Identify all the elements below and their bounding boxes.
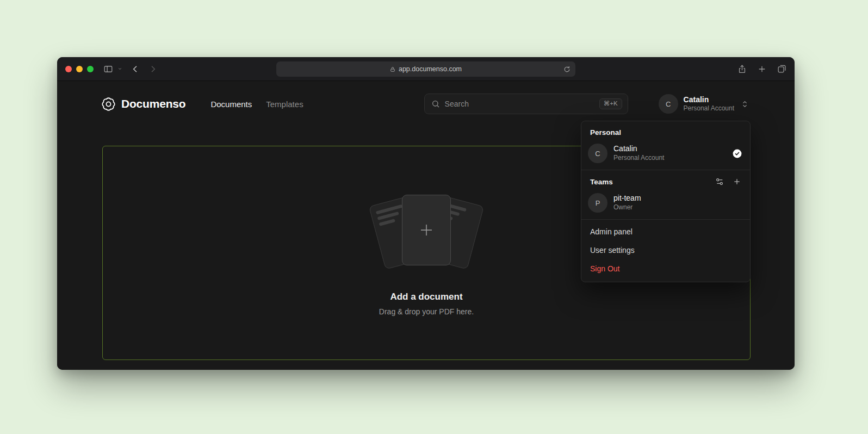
app-header: Documenso Documents Templates ⌘+K C Cata…	[57, 81, 795, 127]
document-stack-illustration	[372, 190, 481, 273]
add-team-icon[interactable]	[733, 177, 741, 186]
search-bar[interactable]: ⌘+K	[424, 94, 628, 114]
search-input[interactable]	[445, 100, 594, 108]
personal-subtitle: Personal Account	[613, 154, 664, 163]
back-button[interactable]	[131, 65, 140, 73]
address-url: app.documenso.com	[399, 65, 462, 73]
brand[interactable]: Documenso	[101, 97, 185, 111]
brand-name: Documenso	[121, 97, 185, 110]
sidebar-chevron-icon[interactable]	[117, 66, 122, 71]
window-controls	[65, 66, 94, 72]
browser-toolbar: app.documenso.com	[57, 57, 795, 81]
team-name: pit-team	[613, 194, 641, 203]
account-name: Catalin	[684, 95, 734, 104]
forward-button[interactable]	[148, 65, 157, 73]
personal-avatar: C	[588, 144, 607, 163]
tab-overview-icon[interactable]	[777, 64, 786, 73]
teams-section-heading: Teams	[590, 178, 613, 186]
zoom-window-button[interactable]	[87, 66, 94, 72]
lock-icon	[390, 66, 395, 72]
team-role: Owner	[613, 203, 641, 212]
documenso-app: Documenso Documents Templates ⌘+K C Cata…	[57, 81, 795, 370]
menu-item-sign-out[interactable]: Sign Out	[581, 259, 750, 278]
new-tab-icon[interactable]	[758, 65, 766, 73]
teams-section-header: Teams	[581, 170, 750, 191]
account-dropdown-menu: Personal C Catalin Personal Account Team…	[581, 121, 751, 282]
account-subtitle: Personal Account	[684, 104, 734, 113]
team-avatar: P	[588, 193, 607, 213]
plus-icon	[419, 222, 434, 238]
minimize-window-button[interactable]	[76, 66, 83, 72]
sidebar-toggle-icon[interactable]	[103, 64, 113, 74]
share-icon[interactable]	[737, 64, 747, 74]
team-item[interactable]: P pit-team Owner	[581, 191, 750, 219]
dropzone-title: Add a document	[390, 292, 462, 302]
nav-documents[interactable]: Documents	[210, 100, 252, 109]
close-window-button[interactable]	[65, 66, 72, 72]
document-card-center	[402, 195, 451, 265]
browser-window: app.documenso.com Documenso	[57, 57, 795, 370]
manage-teams-icon[interactable]	[715, 177, 724, 186]
chevrons-up-down-icon	[741, 100, 749, 108]
main-nav: Documents Templates	[210, 100, 303, 109]
nav-templates[interactable]: Templates	[266, 100, 303, 109]
personal-section-heading: Personal	[581, 121, 750, 141]
account-menu-button[interactable]: C Catalin Personal Account	[659, 94, 749, 114]
refresh-icon[interactable]	[563, 66, 571, 73]
dropzone-subtitle: Drag & drop your PDF here.	[379, 307, 474, 316]
search-icon	[431, 100, 440, 108]
menu-item-user-settings[interactable]: User settings	[581, 241, 750, 259]
check-circle-icon	[732, 148, 742, 159]
menu-item-admin-panel[interactable]: Admin panel	[581, 222, 750, 241]
personal-account-item[interactable]: C Catalin Personal Account	[581, 141, 750, 170]
search-shortcut-badge: ⌘+K	[599, 98, 622, 109]
account-avatar: C	[659, 94, 678, 114]
documenso-logo-icon	[101, 97, 116, 111]
address-bar[interactable]: app.documenso.com	[276, 61, 575, 77]
personal-name: Catalin	[613, 144, 664, 154]
